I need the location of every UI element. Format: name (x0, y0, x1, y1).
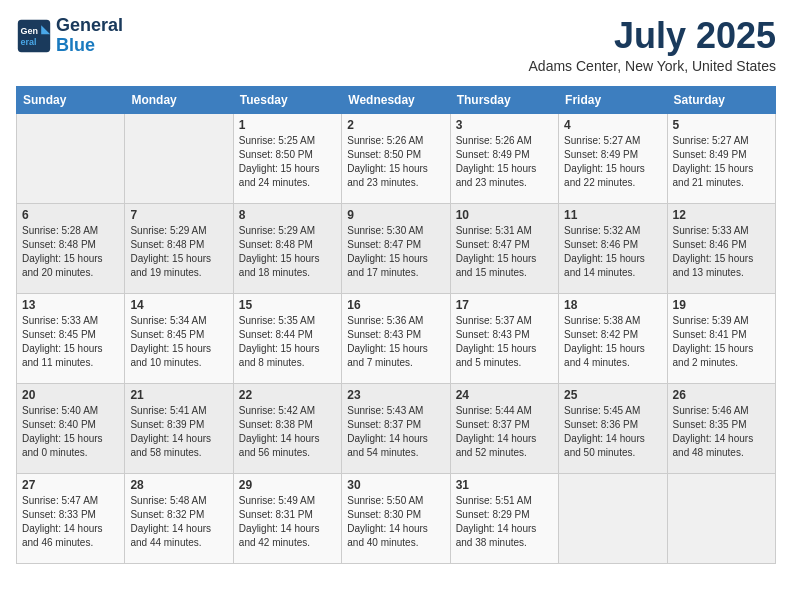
day-number: 8 (239, 208, 336, 222)
weekday-header: Thursday (450, 86, 558, 113)
logo-icon: Gen eral (16, 18, 52, 54)
day-number: 4 (564, 118, 661, 132)
calendar-cell: 8Sunrise: 5:29 AM Sunset: 8:48 PM Daylig… (233, 203, 341, 293)
day-info: Sunrise: 5:32 AM Sunset: 8:46 PM Dayligh… (564, 224, 661, 280)
calendar-cell: 9Sunrise: 5:30 AM Sunset: 8:47 PM Daylig… (342, 203, 450, 293)
weekday-header: Sunday (17, 86, 125, 113)
calendar-cell: 19Sunrise: 5:39 AM Sunset: 8:41 PM Dayli… (667, 293, 775, 383)
day-number: 28 (130, 478, 227, 492)
weekday-header: Friday (559, 86, 667, 113)
logo-line2: Blue (56, 35, 95, 55)
header-row: SundayMondayTuesdayWednesdayThursdayFrid… (17, 86, 776, 113)
calendar-cell: 16Sunrise: 5:36 AM Sunset: 8:43 PM Dayli… (342, 293, 450, 383)
day-info: Sunrise: 5:30 AM Sunset: 8:47 PM Dayligh… (347, 224, 444, 280)
day-number: 31 (456, 478, 553, 492)
calendar-cell: 27Sunrise: 5:47 AM Sunset: 8:33 PM Dayli… (17, 473, 125, 563)
day-info: Sunrise: 5:27 AM Sunset: 8:49 PM Dayligh… (673, 134, 770, 190)
calendar-cell (559, 473, 667, 563)
calendar-cell: 11Sunrise: 5:32 AM Sunset: 8:46 PM Dayli… (559, 203, 667, 293)
day-number: 17 (456, 298, 553, 312)
month-title: July 2025 (529, 16, 776, 56)
day-info: Sunrise: 5:47 AM Sunset: 8:33 PM Dayligh… (22, 494, 119, 550)
day-info: Sunrise: 5:46 AM Sunset: 8:35 PM Dayligh… (673, 404, 770, 460)
day-number: 23 (347, 388, 444, 402)
calendar-cell: 26Sunrise: 5:46 AM Sunset: 8:35 PM Dayli… (667, 383, 775, 473)
day-info: Sunrise: 5:41 AM Sunset: 8:39 PM Dayligh… (130, 404, 227, 460)
calendar-week-row: 20Sunrise: 5:40 AM Sunset: 8:40 PM Dayli… (17, 383, 776, 473)
day-info: Sunrise: 5:42 AM Sunset: 8:38 PM Dayligh… (239, 404, 336, 460)
calendar-cell: 4Sunrise: 5:27 AM Sunset: 8:49 PM Daylig… (559, 113, 667, 203)
day-info: Sunrise: 5:51 AM Sunset: 8:29 PM Dayligh… (456, 494, 553, 550)
day-number: 11 (564, 208, 661, 222)
day-info: Sunrise: 5:49 AM Sunset: 8:31 PM Dayligh… (239, 494, 336, 550)
weekday-header: Tuesday (233, 86, 341, 113)
calendar-cell: 23Sunrise: 5:43 AM Sunset: 8:37 PM Dayli… (342, 383, 450, 473)
calendar-cell: 2Sunrise: 5:26 AM Sunset: 8:50 PM Daylig… (342, 113, 450, 203)
calendar-cell: 15Sunrise: 5:35 AM Sunset: 8:44 PM Dayli… (233, 293, 341, 383)
calendar-cell: 22Sunrise: 5:42 AM Sunset: 8:38 PM Dayli… (233, 383, 341, 473)
location: Adams Center, New York, United States (529, 58, 776, 74)
day-number: 21 (130, 388, 227, 402)
day-number: 24 (456, 388, 553, 402)
calendar-cell: 10Sunrise: 5:31 AM Sunset: 8:47 PM Dayli… (450, 203, 558, 293)
title-block: July 2025 Adams Center, New York, United… (529, 16, 776, 74)
day-info: Sunrise: 5:35 AM Sunset: 8:44 PM Dayligh… (239, 314, 336, 370)
calendar-week-row: 13Sunrise: 5:33 AM Sunset: 8:45 PM Dayli… (17, 293, 776, 383)
weekday-header: Monday (125, 86, 233, 113)
day-info: Sunrise: 5:31 AM Sunset: 8:47 PM Dayligh… (456, 224, 553, 280)
day-info: Sunrise: 5:33 AM Sunset: 8:45 PM Dayligh… (22, 314, 119, 370)
calendar-cell: 12Sunrise: 5:33 AM Sunset: 8:46 PM Dayli… (667, 203, 775, 293)
calendar-cell: 20Sunrise: 5:40 AM Sunset: 8:40 PM Dayli… (17, 383, 125, 473)
calendar-cell: 17Sunrise: 5:37 AM Sunset: 8:43 PM Dayli… (450, 293, 558, 383)
calendar-cell: 1Sunrise: 5:25 AM Sunset: 8:50 PM Daylig… (233, 113, 341, 203)
calendar-cell: 3Sunrise: 5:26 AM Sunset: 8:49 PM Daylig… (450, 113, 558, 203)
calendar-cell (667, 473, 775, 563)
page-header: Gen eral General Blue July 2025 Adams Ce… (16, 16, 776, 74)
weekday-header: Wednesday (342, 86, 450, 113)
day-number: 6 (22, 208, 119, 222)
day-number: 22 (239, 388, 336, 402)
day-info: Sunrise: 5:43 AM Sunset: 8:37 PM Dayligh… (347, 404, 444, 460)
calendar-cell: 13Sunrise: 5:33 AM Sunset: 8:45 PM Dayli… (17, 293, 125, 383)
day-number: 25 (564, 388, 661, 402)
calendar-cell: 14Sunrise: 5:34 AM Sunset: 8:45 PM Dayli… (125, 293, 233, 383)
day-info: Sunrise: 5:27 AM Sunset: 8:49 PM Dayligh… (564, 134, 661, 190)
day-number: 26 (673, 388, 770, 402)
day-info: Sunrise: 5:33 AM Sunset: 8:46 PM Dayligh… (673, 224, 770, 280)
svg-text:Gen: Gen (21, 26, 39, 36)
calendar-cell: 30Sunrise: 5:50 AM Sunset: 8:30 PM Dayli… (342, 473, 450, 563)
day-info: Sunrise: 5:45 AM Sunset: 8:36 PM Dayligh… (564, 404, 661, 460)
day-info: Sunrise: 5:25 AM Sunset: 8:50 PM Dayligh… (239, 134, 336, 190)
weekday-header: Saturday (667, 86, 775, 113)
day-number: 14 (130, 298, 227, 312)
day-info: Sunrise: 5:40 AM Sunset: 8:40 PM Dayligh… (22, 404, 119, 460)
day-number: 20 (22, 388, 119, 402)
day-info: Sunrise: 5:39 AM Sunset: 8:41 PM Dayligh… (673, 314, 770, 370)
calendar-week-row: 1Sunrise: 5:25 AM Sunset: 8:50 PM Daylig… (17, 113, 776, 203)
calendar-cell: 7Sunrise: 5:29 AM Sunset: 8:48 PM Daylig… (125, 203, 233, 293)
calendar-cell (17, 113, 125, 203)
day-number: 30 (347, 478, 444, 492)
calendar-cell: 6Sunrise: 5:28 AM Sunset: 8:48 PM Daylig… (17, 203, 125, 293)
day-info: Sunrise: 5:34 AM Sunset: 8:45 PM Dayligh… (130, 314, 227, 370)
calendar-cell: 21Sunrise: 5:41 AM Sunset: 8:39 PM Dayli… (125, 383, 233, 473)
day-info: Sunrise: 5:26 AM Sunset: 8:49 PM Dayligh… (456, 134, 553, 190)
calendar-week-row: 27Sunrise: 5:47 AM Sunset: 8:33 PM Dayli… (17, 473, 776, 563)
day-info: Sunrise: 5:48 AM Sunset: 8:32 PM Dayligh… (130, 494, 227, 550)
day-number: 19 (673, 298, 770, 312)
day-number: 13 (22, 298, 119, 312)
day-number: 15 (239, 298, 336, 312)
calendar-cell: 31Sunrise: 5:51 AM Sunset: 8:29 PM Dayli… (450, 473, 558, 563)
calendar-cell: 25Sunrise: 5:45 AM Sunset: 8:36 PM Dayli… (559, 383, 667, 473)
day-info: Sunrise: 5:29 AM Sunset: 8:48 PM Dayligh… (130, 224, 227, 280)
day-number: 12 (673, 208, 770, 222)
calendar-cell: 28Sunrise: 5:48 AM Sunset: 8:32 PM Dayli… (125, 473, 233, 563)
calendar-cell: 18Sunrise: 5:38 AM Sunset: 8:42 PM Dayli… (559, 293, 667, 383)
day-info: Sunrise: 5:29 AM Sunset: 8:48 PM Dayligh… (239, 224, 336, 280)
calendar-week-row: 6Sunrise: 5:28 AM Sunset: 8:48 PM Daylig… (17, 203, 776, 293)
day-number: 18 (564, 298, 661, 312)
day-info: Sunrise: 5:36 AM Sunset: 8:43 PM Dayligh… (347, 314, 444, 370)
logo: Gen eral General Blue (16, 16, 123, 56)
svg-text:eral: eral (21, 37, 37, 47)
day-number: 3 (456, 118, 553, 132)
